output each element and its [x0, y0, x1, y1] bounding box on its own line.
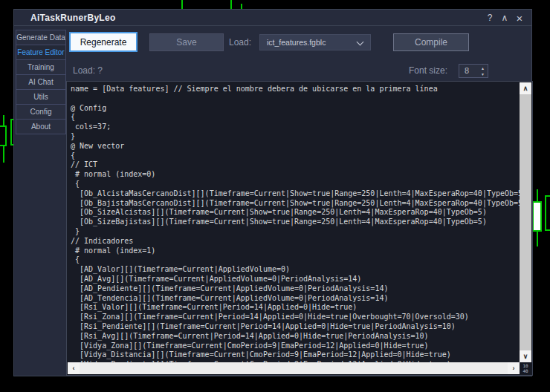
code-line: # normal (index=1) [71, 246, 521, 256]
code-line: name = [Data features] // Siempre el nom… [71, 85, 521, 94]
sidebar-tab-utils[interactable]: Utils [16, 89, 66, 105]
code-line: [Rsi_Pendiente][](Timeframe=Current|Peri… [71, 322, 521, 332]
corner-fragment: 10 [520, 363, 531, 368]
sidebar-tabs: Generate DataFeature EditorTrainingAI Ch… [16, 30, 66, 134]
scroll-right-icon[interactable]: › [508, 362, 520, 374]
code-line: [Rsi_Avg][](Timeframe=Current|Period=14|… [71, 332, 521, 342]
chart-candle [0, 125, 7, 146]
font-size-label: Font size: [409, 65, 447, 76]
app-window: AiTaskRunerByLeo ? ∧ × Generate DataFeat… [13, 9, 532, 376]
chart-candle [532, 201, 542, 232]
code-line: [Rsi_Valor][](Timeframe=Current|Period=1… [71, 303, 521, 313]
code-line: { [71, 255, 521, 265]
spin-down-icon[interactable]: ▼ [481, 71, 485, 77]
code-line: // Indicadores [71, 237, 521, 246]
load-status-text: Load: ? [73, 65, 103, 76]
code-line: # normal (index=0) [71, 170, 521, 180]
vertical-scrollbar[interactable]: ∧ ∨ [520, 82, 531, 362]
chart-candle [545, 195, 550, 231]
code-line: [AD_Valor][](Timeframe=Current|AppliedVo… [71, 265, 521, 275]
sidebar-tab-ai-chat[interactable]: AI Chat [16, 74, 66, 90]
code-line: } [71, 227, 521, 237]
titlebar-controls: ? ∧ × [482, 11, 527, 24]
compile-button[interactable]: Compile [393, 33, 469, 51]
code-line: cols=37; [71, 122, 521, 132]
screen: AiTaskRunerByLeo ? ∧ × Generate DataFeat… [0, 0, 550, 392]
code-line: } [71, 132, 521, 142]
chart-candle-wick [3, 146, 4, 163]
code-line: [Rsi_Zona][](Timeframe=Current|Period=14… [71, 313, 521, 322]
scrollbar-corner: 10 40 [520, 362, 531, 374]
save-button[interactable]: Save [149, 33, 224, 51]
code-line: [Ob_AlcistaMasCercanoDist][](Timeframe=C… [71, 189, 521, 199]
sidebar-tab-about[interactable]: About [16, 119, 66, 134]
font-size-spinner[interactable]: 8 ▲ ▼ [459, 64, 488, 78]
sidebar-tab-config[interactable]: Config [16, 104, 66, 120]
horizontal-scrollbar[interactable]: ‹ › [68, 362, 520, 374]
code-line: [Vidya_Zona][](Timeframe=Current|CmoPeri… [71, 342, 521, 351]
load-select[interactable]: ict_features.fgblc [259, 34, 371, 50]
code-line: { [71, 180, 521, 189]
scroll-up-icon[interactable]: ∧ [520, 82, 531, 94]
code-line: [Ob_SizeAlcistas][](Timeframe=Current|Sh… [71, 208, 521, 218]
code-line: @ New vector [71, 142, 521, 151]
code-line: [Vidya_Distancia][](Timeframe=Current|Cm… [71, 350, 521, 360]
code-content: name = [Data features] // Siempre el nom… [68, 82, 521, 363]
sidebar-tab-generate-data[interactable]: Generate Data [16, 30, 66, 45]
load-label: Load: [229, 37, 251, 48]
code-line: { [71, 113, 521, 122]
close-icon[interactable]: × [512, 11, 527, 24]
code-line: [Ob_BajistaMasCercanoDist][](Timeframe=C… [71, 199, 521, 209]
code-line [71, 94, 521, 104]
code-line: { [71, 151, 521, 161]
window-title: AiTaskRunerByLeo [30, 13, 116, 23]
load-select-value: ict_features.fgblc [267, 38, 326, 47]
code-line: @ Config [71, 104, 521, 114]
chevron-down-icon [357, 39, 364, 46]
font-size-value: 8 [465, 66, 469, 75]
code-line: [AD_Pendiente][](Timeframe=Current|Appli… [71, 284, 521, 294]
help-icon[interactable]: ? [482, 11, 497, 24]
code-line: [Ob_SizeBajistas][](Timeframe=Current|Sh… [71, 218, 521, 227]
scroll-down-icon[interactable]: ∨ [520, 350, 531, 362]
code-editor[interactable]: name = [Data features] // Siempre el nom… [66, 81, 533, 376]
spinner-buttons: ▲ ▼ [481, 65, 485, 77]
spin-up-icon[interactable]: ▲ [481, 65, 485, 71]
sidebar-tab-training[interactable]: Training [16, 59, 66, 75]
scroll-left-icon[interactable]: ‹ [68, 362, 80, 374]
chart-candle-wick [230, 0, 232, 9]
chart-candle-wick [181, 0, 183, 9]
code-line: [AD_Tendencia][](Timeframe=Current|Appli… [71, 294, 521, 304]
code-line: // ICT [71, 160, 521, 170]
sidebar-tab-feature-editor[interactable]: Feature Editor [16, 45, 66, 60]
corner-fragment: 40 [520, 368, 531, 373]
chart-candle-wick [241, 4, 242, 9]
regenerate-button[interactable]: Regenerate [69, 32, 138, 52]
collapse-icon[interactable]: ∧ [497, 11, 512, 24]
chart-candle-wick [537, 232, 538, 246]
code-line: [AD_Avg][](Timeframe=Current|AppliedVolu… [71, 275, 521, 284]
titlebar: AiTaskRunerByLeo ? ∧ × [14, 10, 531, 26]
